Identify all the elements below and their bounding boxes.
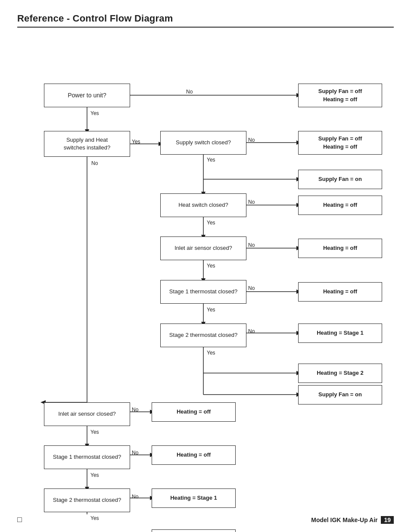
box-result-sf-off-h-off-1: Supply Fan = offHeating = off — [298, 84, 382, 107]
label-switches-yes: Yes — [132, 139, 140, 145]
label-inlet-yes-2: Yes — [90, 429, 99, 435]
label-heat-switch-yes: Yes — [207, 220, 215, 226]
box-stage2-thermo-1: Stage 2 thermostat closed? — [160, 324, 246, 347]
box-result-h-stage1-2: Heating = Stage 1 — [152, 488, 236, 508]
box-inlet-air-sensor-1: Inlet air sensor closed? — [160, 236, 246, 260]
page-title: Reference - Control Flow Diagram — [17, 13, 394, 24]
footer-icon: □ — [17, 515, 22, 524]
footer: □ Model IGK Make-Up Air 19 — [17, 515, 394, 524]
label-stage1-yes-2: Yes — [90, 472, 99, 478]
label-power-no: No — [186, 89, 193, 95]
box-stage1-thermo-1: Stage 1 thermostat closed? — [160, 280, 246, 304]
label-stage1-yes-1: Yes — [207, 307, 215, 313]
diagram: Power to unit? Supply Fan = offHeating =… — [18, 40, 393, 514]
label-switches-no: No — [91, 160, 98, 166]
label-stage1-no-2: No — [132, 450, 138, 456]
label-inlet-no-1: No — [248, 242, 255, 248]
box-supply-heat-switches: Supply and Heatswitches installed? — [44, 131, 130, 157]
label-stage2-yes-1: Yes — [207, 350, 215, 356]
title-rule — [17, 27, 394, 28]
label-supply-switch-no: No — [248, 137, 255, 143]
box-result-h-off-3: Heating = off — [298, 282, 382, 302]
footer-model: Model IGK Make-Up Air 19 — [311, 516, 394, 524]
box-result-sf-off-h-off-2: Supply Fan = offHeating = off — [298, 131, 382, 155]
box-inlet-air-sensor-2: Inlet air sensor closed? — [44, 402, 130, 426]
box-stage2-thermo-2: Stage 2 thermostat closed? — [44, 488, 130, 512]
label-stage2-no-1: No — [248, 328, 255, 334]
box-result-h-off-1: Heating = off — [298, 196, 382, 215]
box-supply-switch-closed: Supply switch closed? — [160, 131, 246, 155]
box-result-sf-on-2: Supply Fan = on — [298, 385, 382, 404]
box-result-h-stage2-2: Heating = Stage 2 — [152, 529, 236, 532]
label-supply-switch-yes: Yes — [207, 157, 215, 163]
box-result-sf-on-1: Supply Fan = on — [298, 170, 382, 189]
box-result-h-stage1-1: Heating = Stage 1 — [298, 324, 382, 343]
label-inlet-yes-1: Yes — [207, 263, 215, 269]
box-heat-switch-closed: Heat switch closed? — [160, 193, 246, 217]
box-power-to-unit: Power to unit? — [44, 84, 130, 107]
box-result-h-off-2: Heating = off — [298, 239, 382, 258]
page-number: 19 — [381, 516, 394, 524]
label-power-yes: Yes — [90, 110, 99, 116]
box-result-h-off-5: Heating = off — [152, 445, 236, 465]
label-stage2-no-2: No — [132, 494, 138, 500]
box-stage1-thermo-2: Stage 1 thermostat closed? — [44, 445, 130, 469]
flow-lines — [18, 40, 393, 514]
page: Reference - Control Flow Diagram — [0, 0, 411, 532]
label-stage1-no-1: No — [248, 285, 255, 291]
box-result-h-stage2-1: Heating = Stage 2 — [298, 364, 382, 383]
box-result-h-off-4: Heating = off — [152, 402, 236, 422]
label-inlet-no-2: No — [132, 407, 138, 413]
label-heat-switch-no: No — [248, 199, 255, 205]
